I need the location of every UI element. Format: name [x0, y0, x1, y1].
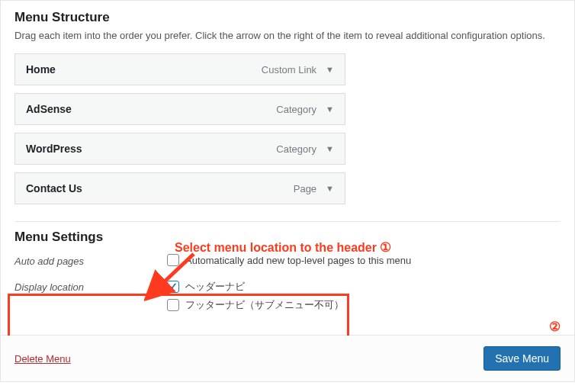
- footer-nav-option[interactable]: フッターナビ（サブメニュー不可）: [167, 298, 344, 312]
- menu-item-type: Category: [276, 143, 316, 155]
- footer-nav-text: フッターナビ（サブメニュー不可）: [185, 298, 344, 312]
- menu-items-list: Home Custom Link ▼ AdSense Category ▼ Wo…: [14, 53, 561, 204]
- menu-item-title: AdSense: [26, 103, 276, 115]
- menu-item-type: Page: [294, 183, 316, 194]
- menu-item[interactable]: Home Custom Link ▼: [14, 53, 345, 85]
- footer-bar: Delete Menu Save Menu ②: [0, 336, 575, 382]
- divider: [14, 221, 561, 222]
- menu-panel: Menu Structure Drag each item into the o…: [0, 0, 575, 336]
- auto-add-row: Auto add pages Automatically add new top…: [14, 249, 561, 275]
- auto-add-checkbox[interactable]: [167, 254, 179, 266]
- display-location-label: Display location: [14, 280, 167, 293]
- chevron-down-icon[interactable]: ▼: [326, 65, 334, 74]
- menu-item[interactable]: WordPress Category ▼: [14, 133, 345, 165]
- header-nav-checkbox[interactable]: [167, 281, 179, 293]
- header-nav-text: ヘッダーナビ: [185, 280, 245, 294]
- header-nav-option[interactable]: ヘッダーナビ: [167, 280, 344, 294]
- menu-item[interactable]: Contact Us Page ▼: [14, 172, 345, 204]
- structure-description: Drag each item into the order you prefer…: [14, 30, 561, 41]
- auto-add-text: Automatically add new top-level pages to…: [185, 255, 411, 266]
- auto-add-option[interactable]: Automatically add new top-level pages to…: [167, 254, 411, 266]
- delete-menu-link[interactable]: Delete Menu: [14, 353, 71, 365]
- structure-heading: Menu Structure: [14, 10, 561, 25]
- menu-item-title: WordPress: [26, 143, 276, 155]
- menu-item-type: Category: [276, 104, 316, 115]
- footer-nav-checkbox[interactable]: [167, 299, 179, 311]
- auto-add-label: Auto add pages: [14, 254, 167, 267]
- chevron-down-icon[interactable]: ▼: [326, 144, 334, 153]
- chevron-down-icon[interactable]: ▼: [326, 184, 334, 193]
- menu-item-title: Home: [26, 63, 262, 76]
- settings-heading: Menu Settings: [14, 230, 561, 245]
- save-menu-button[interactable]: Save Menu: [483, 346, 561, 371]
- chevron-down-icon[interactable]: ▼: [326, 104, 334, 114]
- display-location-row: Display location ヘッダーナビ フッターナビ（サブメニュー不可）: [14, 275, 561, 321]
- menu-item-type: Custom Link: [262, 64, 316, 76]
- menu-item-title: Contact Us: [26, 182, 294, 194]
- menu-item[interactable]: AdSense Category ▼: [14, 93, 345, 125]
